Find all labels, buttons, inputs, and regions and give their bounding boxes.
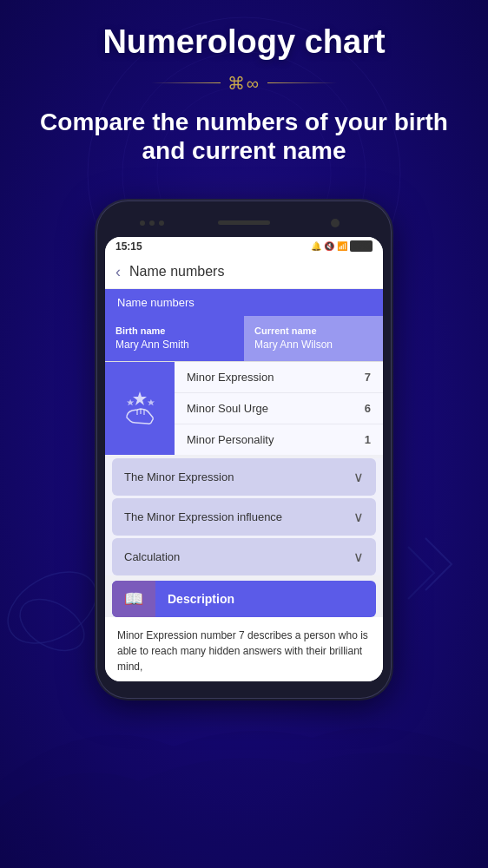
book-icon: 📖 bbox=[112, 581, 155, 617]
phone-screen: 15:15 🔔 🔇 📶 69% ‹ Name numbers Name numb… bbox=[105, 237, 383, 681]
accordion-item-1[interactable]: The Minor Expression ∨ bbox=[112, 458, 376, 496]
birth-name-tab[interactable]: Birth name Mary Ann Smith bbox=[105, 316, 244, 361]
ornament-icon: ⌘∞ bbox=[228, 73, 260, 94]
phone-dots bbox=[140, 220, 164, 226]
row-value-1: 7 bbox=[365, 371, 371, 384]
current-tab-value: Mary Ann Wilson bbox=[254, 339, 373, 352]
current-tab-label: Current name bbox=[254, 325, 373, 337]
table-row[interactable]: Minor Soul Urge 6 bbox=[175, 393, 383, 424]
table-row[interactable]: Minor Expression 7 bbox=[175, 362, 383, 393]
mute-icon: 🔇 bbox=[324, 241, 334, 251]
phone-speaker bbox=[218, 220, 270, 225]
battery-indicator: 69% bbox=[350, 240, 373, 252]
birth-tab-value: Mary Ann Smith bbox=[115, 339, 234, 352]
phone-camera bbox=[331, 219, 340, 227]
row-label-3: Minor Personality bbox=[187, 433, 274, 446]
name-numbers-section: Name numbers Birth name Mary Ann Smith C… bbox=[105, 289, 383, 455]
status-icons: 🔔 🔇 📶 69% bbox=[311, 240, 373, 252]
phone-mockup: 15:15 🔔 🔇 📶 69% ‹ Name numbers Name numb… bbox=[96, 201, 392, 699]
numbers-rows: Minor Expression 7 Minor Soul Urge 6 Min… bbox=[175, 362, 383, 455]
birth-tab-label: Birth name bbox=[115, 325, 234, 337]
accordion-label-2: The Minor Expression influence bbox=[124, 510, 282, 523]
phone-top-bar bbox=[105, 214, 383, 232]
name-tabs: Birth name Mary Ann Smith Current name M… bbox=[105, 316, 383, 362]
phone-frame: 15:15 🔔 🔇 📶 69% ‹ Name numbers Name numb… bbox=[96, 201, 392, 699]
status-bar: 15:15 🔔 🔇 📶 69% bbox=[105, 237, 383, 256]
numbers-list: Minor Expression 7 Minor Soul Urge 6 Min… bbox=[105, 362, 383, 455]
row-value-3: 1 bbox=[365, 433, 371, 446]
row-label-1: Minor Expression bbox=[187, 371, 274, 384]
accordion-section: The Minor Expression ∨ The Minor Express… bbox=[105, 458, 383, 575]
accordion-label-3: Calculation bbox=[124, 550, 180, 563]
row-value-2: 6 bbox=[365, 402, 371, 415]
accordion-label-1: The Minor Expression bbox=[124, 470, 234, 483]
wifi-icon: 📶 bbox=[337, 241, 347, 251]
description-label: Description bbox=[155, 592, 247, 606]
divider-ornament: ⌘∞ bbox=[26, 73, 462, 94]
current-name-tab[interactable]: Current name Mary Ann Wilson bbox=[244, 316, 383, 361]
status-time: 15:15 bbox=[115, 240, 142, 253]
subtitle: Compare the numbers of your birth and cu… bbox=[26, 108, 462, 166]
back-button[interactable]: ‹ bbox=[115, 263, 121, 281]
nav-title: Name numbers bbox=[129, 264, 224, 279]
chevron-down-icon-3: ∨ bbox=[353, 549, 364, 565]
description-bar[interactable]: 📖 Description bbox=[112, 581, 376, 617]
accordion-item-2[interactable]: The Minor Expression influence ∨ bbox=[112, 498, 376, 536]
header-section: Numerology chart ⌘∞ Compare the numbers … bbox=[0, 0, 488, 192]
accordion-item-3[interactable]: Calculation ∨ bbox=[112, 538, 376, 575]
app-navbar: ‹ Name numbers bbox=[105, 256, 383, 289]
row-label-2: Minor Soul Urge bbox=[187, 402, 268, 415]
name-numbers-header: Name numbers bbox=[105, 289, 383, 316]
chevron-down-icon-1: ∨ bbox=[353, 469, 364, 485]
stars-hand-icon bbox=[116, 385, 164, 432]
chevron-down-icon-2: ∨ bbox=[353, 509, 364, 525]
description-text: Minor Expression number 7 describes a pe… bbox=[105, 617, 383, 681]
table-row[interactable]: Minor Personality 1 bbox=[175, 424, 383, 455]
main-title: Numerology chart bbox=[26, 24, 462, 61]
notification-icon: 🔔 bbox=[311, 241, 321, 251]
star-icon-container bbox=[105, 362, 175, 455]
